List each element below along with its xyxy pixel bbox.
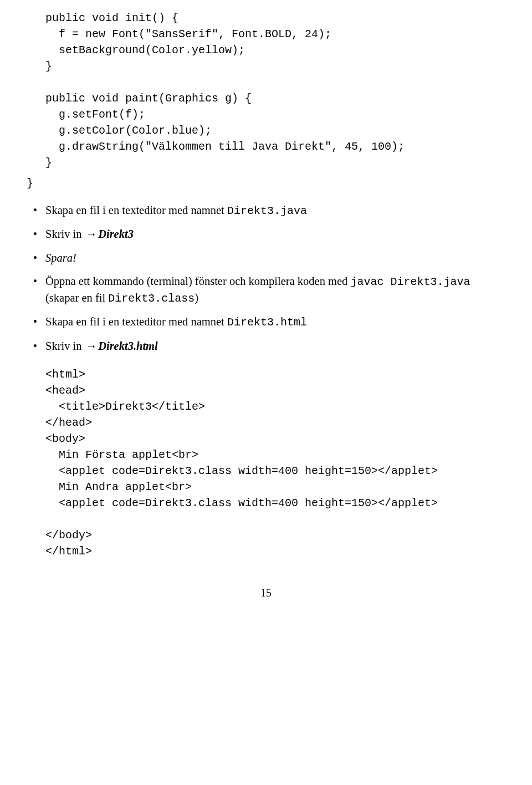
bullet-save: Spara! — [27, 250, 505, 266]
text: Öppna ett kommando (terminal) fönster oc… — [45, 275, 351, 287]
text: Skriv in — [45, 228, 85, 240]
filename-java: Direkt3.java — [227, 205, 307, 217]
filename-html: Direkt3.html — [227, 316, 307, 329]
file-class: Direkt3.class — [108, 292, 195, 305]
ref-direkt3-html: Direkt3.html — [98, 340, 158, 352]
bullet-write-direkt3: Skriv in →Direkt3 — [27, 226, 505, 242]
bullet-create-html-file: Skapa en fil i en texteditor med namnet … — [27, 314, 505, 330]
ref-direkt3: Direkt3 — [98, 228, 134, 240]
arrow-icon: → — [85, 226, 99, 242]
instruction-list: Skapa en fil i en texteditor med namnet … — [27, 202, 505, 354]
bullet-compile: Öppna ett kommando (terminal) fönster oc… — [27, 273, 505, 307]
text: Skriv in — [45, 340, 85, 352]
html-code-block: <html> <head> <title>Direkt3</title> </h… — [45, 366, 505, 559]
text: ) — [195, 292, 198, 304]
page-number: 15 — [27, 585, 505, 600]
bullet-write-direkt3-html: Skriv in →Direkt3.html — [27, 338, 505, 354]
code-method-block: public void init() { f = new Font("SansS… — [45, 10, 505, 171]
text: Skapa en fil i en texteditor med namnet — [45, 315, 227, 328]
bullet-create-java-file: Skapa en fil i en texteditor med namnet … — [27, 202, 505, 219]
code-init-paint: public void init() { f = new Font("SansS… — [45, 10, 505, 171]
arrow-icon: → — [85, 338, 99, 354]
text-spara: Spara! — [45, 252, 76, 264]
cmd-javac: javac Direkt3.java — [351, 276, 470, 288]
html-sample: <html> <head> <title>Direkt3</title> </h… — [45, 366, 505, 559]
text: Skapa en fil i en texteditor med namnet — [45, 204, 227, 216]
text: (skapar en fil — [45, 292, 108, 304]
code-class-close: } — [27, 175, 505, 191]
